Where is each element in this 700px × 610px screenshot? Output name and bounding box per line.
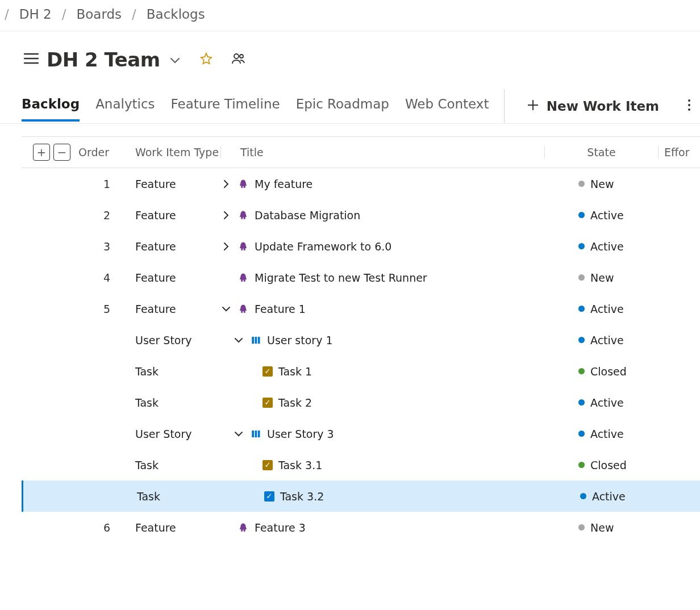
row-title-cell: ✓Task 3.2 [222, 490, 546, 503]
state-dot-icon [578, 524, 585, 530]
breadcrumb-item[interactable]: DH 2 [19, 7, 52, 22]
breadcrumb-item[interactable]: Backlogs [147, 7, 205, 22]
state-label: Active [590, 209, 624, 222]
state-dot-icon [578, 306, 585, 312]
state-dot-icon [578, 368, 585, 374]
col-effort-header[interactable]: Effor [658, 146, 700, 158]
chevron-down-icon[interactable] [233, 431, 244, 437]
state-dot-icon [578, 431, 585, 437]
row-type: Task [135, 365, 220, 378]
tab-feature-timeline[interactable]: Feature Timeline [171, 91, 280, 122]
table-row[interactable]: User StoryUser Story 3Active [22, 418, 700, 449]
col-title-header[interactable]: Title [220, 146, 544, 158]
feature-icon [238, 303, 249, 315]
table-row[interactable]: User StoryUser story 1Active [22, 324, 700, 356]
tab-epic-roadmap[interactable]: Epic Roadmap [296, 91, 389, 122]
expand-all-button[interactable]: + [33, 144, 50, 161]
svg-rect-7 [258, 337, 260, 344]
state-label: Active [590, 428, 624, 440]
row-type: Feature [135, 521, 220, 534]
grid-header: + − Order Work Item Type Title State Eff… [22, 137, 700, 168]
row-title[interactable]: Task 3.1 [278, 459, 322, 471]
row-title[interactable]: Feature 1 [255, 303, 306, 315]
row-state: Closed [544, 365, 658, 378]
row-type: User Story [135, 334, 220, 346]
row-state: Active [544, 303, 658, 315]
row-title[interactable]: Task 2 [278, 396, 312, 409]
table-row[interactable]: Task✓Task 1Closed [22, 356, 700, 387]
task-icon: ✓ [262, 366, 273, 377]
star-icon[interactable] [200, 52, 213, 68]
chevron-right-icon[interactable] [220, 243, 232, 250]
table-row[interactable]: 5FeatureFeature 1Active [22, 293, 700, 324]
state-dot-icon [578, 462, 585, 468]
plus-icon[interactable] [527, 98, 539, 114]
row-title-cell: My feature [220, 178, 544, 190]
hamburger-icon[interactable] [24, 52, 39, 68]
table-row[interactable]: 3FeatureUpdate Framework to 6.0Active [22, 231, 700, 262]
row-title[interactable]: Feature 3 [255, 521, 306, 534]
row-title-cell: Feature 1 [220, 303, 544, 315]
col-state-header[interactable]: State [544, 146, 658, 158]
row-title-cell: Migrate Test to new Test Runner [220, 271, 544, 284]
table-row[interactable]: Task✓Task 2Active [22, 387, 700, 418]
table-row[interactable]: Task✓Task 3.1Closed [22, 449, 700, 481]
row-title[interactable]: User Story 3 [267, 428, 334, 440]
state-dot-icon [580, 493, 586, 499]
row-title[interactable]: My feature [255, 178, 312, 190]
row-title[interactable]: Database Migration [255, 209, 360, 222]
state-label: Closed [590, 365, 627, 378]
row-state: Active [544, 396, 658, 409]
col-type-header[interactable]: Work Item Type [135, 146, 220, 158]
new-work-item-button[interactable]: New Work Item [547, 99, 659, 114]
page-header: DH 2 Team [0, 31, 700, 78]
chevron-right-icon[interactable] [220, 211, 232, 219]
col-order-header[interactable]: Order [78, 146, 135, 158]
row-title[interactable]: Task 3.2 [280, 490, 324, 503]
chevron-down-icon[interactable] [170, 54, 180, 66]
userstory-icon [250, 428, 261, 440]
state-label: New [590, 178, 614, 190]
state-label: Closed [590, 459, 627, 471]
collapse-all-button[interactable]: − [53, 144, 70, 161]
table-row[interactable]: 4FeatureMigrate Test to new Test RunnerN… [22, 262, 700, 293]
row-order: 5 [78, 303, 135, 315]
tab-analytics[interactable]: Analytics [95, 91, 155, 122]
task-icon: ✓ [262, 398, 273, 408]
svg-point-0 [234, 54, 239, 59]
people-icon[interactable] [232, 53, 245, 67]
chevron-down-icon[interactable] [220, 306, 232, 312]
row-title-cell: ✓Task 1 [220, 365, 544, 378]
tab-web-context[interactable]: Web Context [405, 91, 489, 122]
svg-rect-8 [252, 431, 254, 437]
breadcrumb-sep: / [62, 7, 66, 22]
more-icon[interactable] [688, 99, 691, 114]
row-type: User Story [135, 428, 220, 440]
table-row[interactable]: Task✓Task 3.2Active [22, 481, 700, 512]
row-title-cell: Database Migration [220, 209, 544, 222]
row-title[interactable]: Migrate Test to new Test Runner [255, 271, 427, 284]
chevron-down-icon[interactable] [233, 337, 244, 343]
row-type: Feature [135, 178, 220, 190]
row-order: 3 [78, 240, 135, 253]
breadcrumb-sep: / [132, 7, 136, 22]
row-title[interactable]: User story 1 [267, 334, 333, 346]
row-title[interactable]: Update Framework to 6.0 [255, 240, 391, 253]
row-state: Active [544, 428, 658, 440]
row-title-cell: User story 1 [220, 334, 544, 346]
table-row[interactable]: 1FeatureMy featureNew [22, 168, 700, 199]
chevron-right-icon[interactable] [220, 180, 232, 188]
table-row[interactable]: 6FeatureFeature 3New [22, 512, 700, 543]
team-name[interactable]: DH 2 Team [47, 48, 160, 71]
tab-backlog[interactable]: Backlog [22, 91, 80, 122]
row-state: New [544, 521, 658, 534]
breadcrumb-item[interactable]: Boards [76, 7, 122, 22]
row-title-cell: User Story 3 [220, 428, 544, 440]
state-label: Active [590, 396, 624, 409]
backlog-grid: + − Order Work Item Type Title State Eff… [22, 136, 700, 543]
row-title[interactable]: Task 1 [278, 365, 312, 378]
svg-rect-10 [258, 431, 260, 437]
row-title-cell: ✓Task 3.1 [220, 459, 544, 471]
table-row[interactable]: 2FeatureDatabase MigrationActive [22, 199, 700, 231]
row-state: Active [546, 490, 660, 503]
